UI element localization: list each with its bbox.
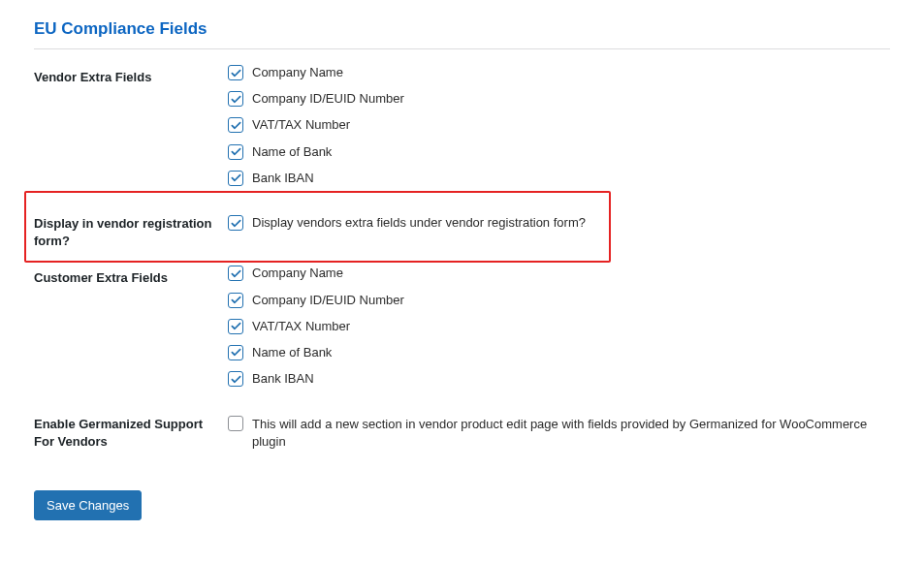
option-label: Bank IBAN xyxy=(252,170,314,187)
option-label: VAT/TAX Number xyxy=(252,318,350,335)
option-vendor-company-name: Company Name xyxy=(228,64,890,81)
settings-form-table: Vendor Extra Fields Company Name Company… xyxy=(34,49,890,452)
checkbox-vendor-bank-name[interactable] xyxy=(228,144,243,160)
row-display-vendor-reg: Display in vendor registration form? Dis… xyxy=(34,196,890,250)
check-icon xyxy=(231,120,241,131)
option-label: Name of Bank xyxy=(252,344,332,361)
check-icon xyxy=(231,295,241,305)
checkbox-vendor-company-name[interactable] xyxy=(228,65,243,80)
option-vendor-company-id: Company ID/EUID Number xyxy=(228,90,890,108)
save-button[interactable]: Save Changes xyxy=(34,490,142,520)
label-customer-extra-fields: Customer Extra Fields xyxy=(34,250,228,396)
option-vendor-iban: Bank IBAN xyxy=(228,170,890,187)
checkbox-customer-vat[interactable] xyxy=(228,319,243,334)
option-customer-bank-name: Name of Bank xyxy=(228,344,890,361)
option-customer-company-id: Company ID/EUID Number xyxy=(228,292,890,309)
check-icon xyxy=(231,94,241,105)
checkbox-customer-company-name[interactable] xyxy=(228,266,243,281)
label-germanized: Enable Germanized Support For Vendors xyxy=(34,396,228,451)
option-label: Company Name xyxy=(252,64,343,81)
label-vendor-extra-fields: Vendor Extra Fields xyxy=(34,49,228,196)
option-label: This will add a new section in vendor pr… xyxy=(252,416,890,451)
option-vendor-bank-name: Name of Bank xyxy=(228,143,890,161)
option-germanized: This will add a new section in vendor pr… xyxy=(228,416,890,451)
option-customer-company-name: Company Name xyxy=(228,265,890,282)
checkbox-customer-iban[interactable] xyxy=(228,371,243,387)
check-icon xyxy=(231,374,241,385)
checkbox-vendor-iban[interactable] xyxy=(228,171,243,186)
check-icon xyxy=(231,146,241,157)
checkbox-customer-bank-name[interactable] xyxy=(228,345,243,360)
section-title: EU Compliance Fields xyxy=(34,19,890,49)
checkbox-display-vendor-reg[interactable] xyxy=(228,215,243,231)
checkbox-customer-company-id[interactable] xyxy=(228,293,243,308)
option-display-vendor-reg: Display vendors extra fields under vendo… xyxy=(228,214,890,232)
option-label: Company ID/EUID Number xyxy=(252,292,404,309)
check-icon xyxy=(231,218,241,229)
option-label: VAT/TAX Number xyxy=(252,116,350,134)
checkbox-germanized[interactable] xyxy=(228,416,243,431)
checkbox-vendor-vat[interactable] xyxy=(228,117,243,133)
check-icon xyxy=(231,268,241,279)
option-customer-vat: VAT/TAX Number xyxy=(228,318,890,335)
option-label: Name of Bank xyxy=(252,143,332,161)
row-customer-extra-fields: Customer Extra Fields Company Name Compa… xyxy=(34,250,890,396)
option-label: Display vendors extra fields under vendo… xyxy=(252,214,586,232)
option-label: Company ID/EUID Number xyxy=(252,90,404,108)
option-label: Company Name xyxy=(252,265,343,282)
row-germanized: Enable Germanized Support For Vendors Th… xyxy=(34,396,890,451)
row-vendor-extra-fields: Vendor Extra Fields Company Name Company… xyxy=(34,49,890,196)
checkbox-vendor-company-id[interactable] xyxy=(228,91,243,107)
check-icon xyxy=(231,347,241,358)
check-icon xyxy=(231,172,241,183)
option-label: Bank IBAN xyxy=(252,370,314,388)
check-icon xyxy=(231,321,241,331)
check-icon xyxy=(231,68,241,78)
option-vendor-vat: VAT/TAX Number xyxy=(228,116,890,134)
label-display-vendor-reg: Display in vendor registration form? xyxy=(34,196,228,250)
option-customer-iban: Bank IBAN xyxy=(228,370,890,388)
